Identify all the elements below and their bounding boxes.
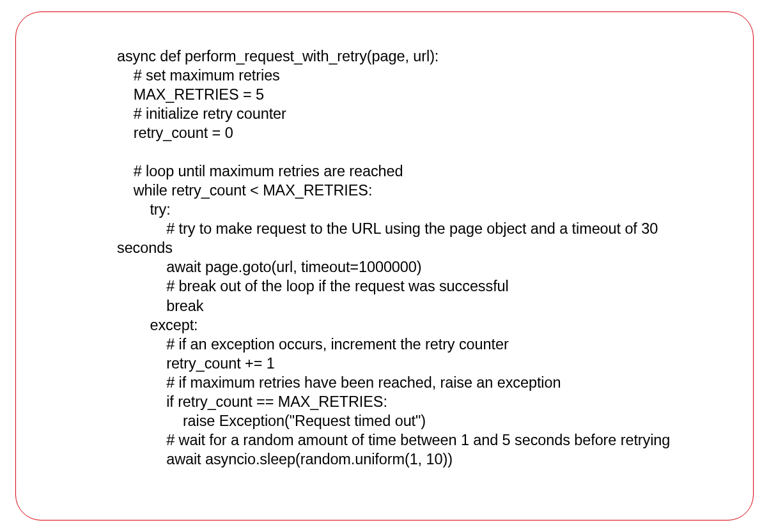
code-text: async def perform_request_with_retry(pag… xyxy=(117,47,673,469)
code-frame: async def perform_request_with_retry(pag… xyxy=(15,11,754,521)
code-block: async def perform_request_with_retry(pag… xyxy=(117,47,673,469)
